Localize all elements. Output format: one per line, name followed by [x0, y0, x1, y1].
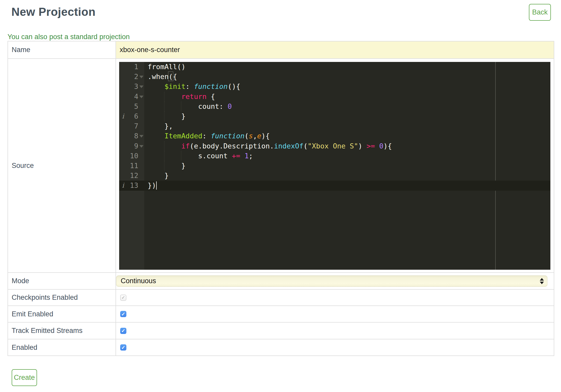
track-emitted-streams-checkbox[interactable]: ✓: [120, 328, 126, 334]
code-token: .when: [148, 73, 169, 81]
line-number: 10: [119, 151, 144, 161]
gutter-line: 5: [119, 102, 144, 111]
code-token: [148, 132, 164, 140]
code-line: }: [144, 111, 550, 121]
code-token: indexOf: [274, 142, 304, 150]
code-line: fromAll(): [144, 62, 550, 72]
code-token: }: [148, 112, 185, 120]
code-token: s.count: [148, 152, 232, 160]
code-token: 0: [379, 142, 383, 150]
gutter-line: 10: [119, 151, 144, 161]
code-token: {: [207, 92, 215, 101]
fold-toggle-icon[interactable]: [139, 96, 143, 98]
gutter-line: 9: [119, 141, 144, 151]
code-token: [148, 82, 164, 90]
gutter-line: 8: [119, 131, 144, 141]
emit-label: Emit Enabled: [8, 306, 116, 322]
editor-code-area[interactable]: fromAll().when({ $init: function(){ retu…: [144, 62, 550, 190]
gutter-line: 13i: [119, 181, 144, 190]
source-row: Source 123456i78910111213i fromAll().whe…: [8, 58, 554, 272]
code-token: }: [148, 172, 169, 180]
gutter-line: 4: [119, 92, 144, 102]
code-token: (e.body.Description.: [190, 142, 274, 150]
emit-cell: ✓: [116, 306, 554, 322]
indent-guide: [164, 92, 164, 102]
code-token: "Xbox One S": [308, 142, 358, 150]
code-line: $init: function(){: [144, 82, 550, 91]
name-row: Name xbox-one-s-counter: [8, 41, 554, 58]
code-token: return: [181, 92, 207, 101]
code-token: :: [185, 82, 194, 90]
fold-toggle-icon[interactable]: [139, 76, 143, 78]
code-token: s: [249, 132, 253, 140]
code-token: $init: [164, 82, 185, 90]
fold-toggle-icon[interactable]: [139, 145, 143, 148]
code-token: [240, 152, 244, 160]
code-token: ): [358, 142, 367, 150]
checkpoints-label: Checkpoints Enabled: [8, 290, 116, 305]
name-input-value: xbox-one-s-counter: [120, 46, 180, 54]
line-number: 12: [119, 171, 144, 181]
mode-row: Mode Continuous: [8, 272, 554, 289]
name-input[interactable]: xbox-one-s-counter: [116, 41, 554, 58]
code-line: count: 0: [144, 102, 550, 111]
code-token: function: [211, 132, 244, 140]
code-token: e: [257, 132, 261, 140]
new-projection-page: New Projection Back You can also post a …: [0, 0, 561, 392]
code-token: +=: [232, 152, 240, 160]
gutter-line: 12: [119, 171, 144, 181]
code-token: 0: [228, 102, 232, 110]
track-label: Track Emitted Streams: [8, 323, 116, 339]
info-annotation-icon: i: [122, 181, 124, 190]
code-line: .when({: [144, 72, 550, 82]
gutter-line: 7: [119, 121, 144, 131]
code-token: [375, 142, 379, 150]
line-number: 1: [119, 62, 144, 72]
code-token: ItemAdded: [164, 132, 202, 140]
code-token: [148, 142, 181, 150]
back-button[interactable]: Back: [529, 4, 551, 21]
standard-projection-link[interactable]: You can also post a standard projection: [8, 33, 130, 41]
page-title: New Projection: [11, 5, 96, 19]
mode-select[interactable]: Continuous: [116, 275, 548, 287]
checkpoints-cell: ✓: [116, 290, 554, 305]
code-token: }: [148, 162, 185, 170]
code-token: (: [303, 142, 307, 150]
gutter-line: 6i: [119, 111, 144, 121]
gutter-line: 1: [119, 62, 144, 72]
track-row: Track Emitted Streams ✓: [8, 322, 554, 339]
code-token: ,: [253, 132, 257, 140]
checkmark-icon: ✓: [121, 345, 125, 350]
code-line: }): [144, 181, 550, 190]
code-token: (: [169, 73, 173, 81]
code-line: s.count += 1;: [144, 151, 550, 161]
create-button[interactable]: Create: [12, 369, 37, 386]
mode-cell: Continuous: [116, 273, 554, 289]
projection-form-table: Name xbox-one-s-counter Source 123456i78…: [8, 41, 554, 356]
code-token: (: [244, 132, 249, 140]
enabled-label: Enabled: [8, 339, 116, 355]
source-cell: 123456i78910111213i fromAll().when({ $in…: [116, 59, 554, 272]
indent-guide: [164, 161, 164, 171]
fold-toggle-icon[interactable]: [139, 135, 143, 138]
info-annotation-icon: i: [122, 111, 124, 121]
gutter-line: 3: [119, 82, 144, 91]
indent-guide: [164, 141, 164, 151]
code-token: ){: [261, 132, 270, 140]
line-number: 11: [119, 161, 144, 171]
code-token: {: [173, 73, 177, 81]
line-number: 5: [119, 102, 144, 111]
indent-guide: [181, 102, 181, 111]
editor-gutter: 123456i78910111213i: [119, 62, 144, 190]
emit-checkbox[interactable]: ✓: [120, 311, 126, 317]
gutter-line: 2: [119, 72, 144, 82]
fold-toggle-icon[interactable]: [139, 85, 143, 88]
enabled-cell: ✓: [116, 339, 554, 355]
enabled-checkbox[interactable]: ✓: [120, 344, 126, 351]
source-code-editor[interactable]: 123456i78910111213i fromAll().when({ $in…: [119, 62, 550, 270]
code-line: },: [144, 121, 550, 131]
checkpoints-row: Checkpoints Enabled ✓: [8, 289, 554, 305]
code-token: },: [148, 122, 173, 130]
code-token: (){: [228, 82, 240, 90]
code-token: fromAll(): [148, 63, 185, 71]
